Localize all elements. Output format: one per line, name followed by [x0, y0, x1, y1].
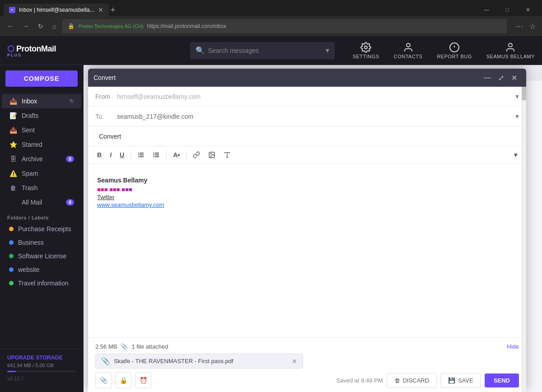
format-clear-button[interactable] — [220, 149, 234, 161]
unordered-list-button[interactable] — [134, 149, 148, 161]
compose-body[interactable]: Seamus Bellamy ■■■ ■■■ ■■■ Twitter www.s… — [88, 164, 526, 337]
svg-rect-13 — [155, 154, 159, 155]
user-menu-button[interactable]: SEAMUS BELLAMY — [486, 42, 535, 59]
search-input[interactable] — [208, 47, 322, 54]
compose-toolbar: B I U 123 A▾ — [88, 146, 526, 164]
svg-rect-12 — [155, 153, 159, 154]
home-button[interactable]: ⌂ — [50, 21, 59, 32]
travel-information-dot — [9, 281, 14, 285]
storage-bar — [7, 371, 76, 372]
sidebar-item-software-license[interactable]: Software License — [2, 249, 81, 263]
to-value[interactable]: seamusb_217@kindle.com — [113, 108, 515, 125]
contacts-button[interactable]: CONTACTS — [394, 42, 423, 59]
compose-close-button[interactable]: ✕ — [508, 72, 521, 84]
svg-point-1 — [406, 43, 410, 47]
bold-button[interactable]: B — [93, 149, 105, 161]
folders-section-label: Folders / Labels — [7, 215, 49, 220]
compose-expand-button[interactable]: ⤢ — [495, 72, 508, 84]
sidebar-item-business[interactable]: Business — [2, 236, 81, 249]
bookmark-icon[interactable]: ☆ — [528, 20, 537, 33]
svg-rect-8 — [138, 154, 139, 155]
minimize-button[interactable]: — — [476, 4, 497, 16]
hide-attachments-button[interactable]: Hide — [507, 343, 519, 350]
compose-button[interactable]: COMPOSE — [5, 70, 78, 87]
active-tab[interactable]: P Inbox | himself@seamusbella... ✕ — [4, 4, 109, 16]
compose-modal-header[interactable]: Convert — ⤢ ✕ — [88, 69, 526, 87]
toolbar-divider-3 — [186, 150, 187, 159]
sidebar-item-trash[interactable]: 🗑 Trash — [2, 181, 81, 195]
purchase-receipts-dot — [9, 227, 14, 231]
attachment-button[interactable]: 📎 — [95, 372, 112, 388]
svg-point-5 — [509, 43, 512, 47]
sidebar-item-travel-information[interactable]: Travel information — [2, 276, 81, 290]
unordered-list-icon — [137, 151, 145, 159]
sidebar-item-allmail[interactable]: All Mail 8 — [2, 195, 81, 210]
back-button[interactable]: ← — [5, 21, 16, 32]
attachment-remove-button[interactable]: ✕ — [292, 358, 297, 365]
sidebar-item-spam[interactable]: ⚠️ Spam — [2, 166, 81, 181]
subject-value[interactable]: Convert — [95, 128, 519, 145]
maximize-button[interactable]: □ — [497, 4, 518, 16]
sent-icon: 📤 — [9, 126, 17, 134]
image-button[interactable] — [205, 149, 219, 161]
signature-website[interactable]: www.seamusbellamy.com — [97, 201, 517, 208]
inbox-refresh[interactable]: ↻ — [70, 98, 74, 104]
svg-rect-11 — [140, 156, 144, 157]
sidebar-item-purchase-receipts[interactable]: Purchase Receipts — [2, 222, 81, 236]
compose-scrollbar[interactable] — [522, 87, 526, 392]
sidebar-item-website[interactable]: website — [2, 263, 81, 276]
browser-chrome: P Inbox | himself@seamusbella... ✕ + — □… — [0, 0, 542, 36]
ordered-list-button[interactable]: 123 — [149, 149, 164, 161]
to-chevron-icon[interactable]: ▾ — [515, 112, 519, 121]
expiry-button[interactable]: ⏰ — [135, 372, 151, 388]
italic-button[interactable]: I — [106, 149, 115, 161]
save-button[interactable]: 💾 SAVE — [440, 373, 481, 388]
folders-section-header: Folders / Labels — [0, 210, 83, 222]
underline-button[interactable]: U — [116, 149, 128, 161]
compose-minimize-button[interactable]: — — [480, 72, 495, 84]
signature-twitter[interactable]: Twitter — [97, 194, 517, 201]
sidebar-item-sent[interactable]: 📤 Sent — [2, 123, 81, 137]
close-button[interactable]: ✕ — [518, 4, 538, 16]
sidebar-item-archive[interactable]: 🗄 Archive 8 — [2, 152, 81, 166]
discard-button[interactable]: 🗑 DISCARD — [387, 373, 437, 388]
svg-rect-14 — [155, 156, 159, 157]
tab-close-button[interactable]: ✕ — [98, 6, 103, 14]
settings-button[interactable]: SETTINGS — [353, 42, 379, 59]
forward-button[interactable]: → — [20, 21, 32, 32]
discard-label: DISCARD — [403, 377, 430, 384]
from-chevron-icon[interactable]: ▾ — [515, 92, 519, 101]
protonmail-logo[interactable]: ⬡ ProtonMail PLUS — [7, 44, 56, 57]
url-text: https://mail.protonmail.com/inbox — [147, 23, 226, 29]
trash-icon: 🗑 — [9, 184, 17, 192]
logo-text: ⬡ ProtonMail — [7, 44, 56, 54]
sidebar-item-drafts[interactable]: 📝 Drafts — [2, 108, 81, 123]
font-color-button[interactable]: A▾ — [169, 149, 183, 161]
compose-scrollbar-thumb[interactable] — [522, 87, 526, 100]
sent-label: Sent — [22, 126, 74, 134]
link-button[interactable] — [189, 149, 204, 161]
report-bug-icon — [449, 42, 460, 53]
sidebar-item-starred[interactable]: ⭐ Starred — [2, 137, 81, 152]
search-dropdown-icon[interactable]: ▾ — [326, 46, 329, 55]
upgrade-button[interactable]: UPGRADE STORAGE — [7, 355, 76, 361]
signature-block: Seamus Bellamy ■■■ ■■■ ■■■ Twitter www.s… — [97, 177, 517, 208]
compose-subject-field: Convert — [88, 126, 526, 146]
attachment-filename: Skaife - THE RAVENMASTER - First pass.pd… — [114, 358, 288, 364]
refresh-button[interactable]: ↻ — [35, 21, 46, 32]
attachment-file-icon: 📎 — [101, 357, 110, 365]
send-button[interactable]: SEND — [485, 373, 519, 387]
attachment-info: 2.56 MB 📎 1 file attached — [95, 343, 168, 350]
sidebar-item-inbox[interactable]: 📥 Inbox ↻ — [2, 94, 81, 108]
new-tab-button[interactable]: + — [111, 5, 116, 15]
encryption-button[interactable]: 🔒 — [115, 372, 131, 388]
font-color-label: A — [173, 151, 178, 159]
attachment-size: 2.56 MB — [95, 343, 117, 350]
header-actions: SETTINGS CONTACTS REPORT BUG SEAMUS BELL… — [353, 42, 535, 59]
more-options-button[interactable]: ▾ — [510, 149, 521, 161]
url-bar[interactable]: 🔒 Proton Technologies AG (CH) https://ma… — [62, 19, 507, 33]
secure-org-name: Proton Technologies AG (CH) — [78, 23, 143, 29]
contacts-label: CONTACTS — [394, 54, 423, 59]
extensions-icon[interactable]: ⋯ — [514, 20, 525, 33]
report-bug-button[interactable]: REPORT BUG — [437, 42, 472, 59]
